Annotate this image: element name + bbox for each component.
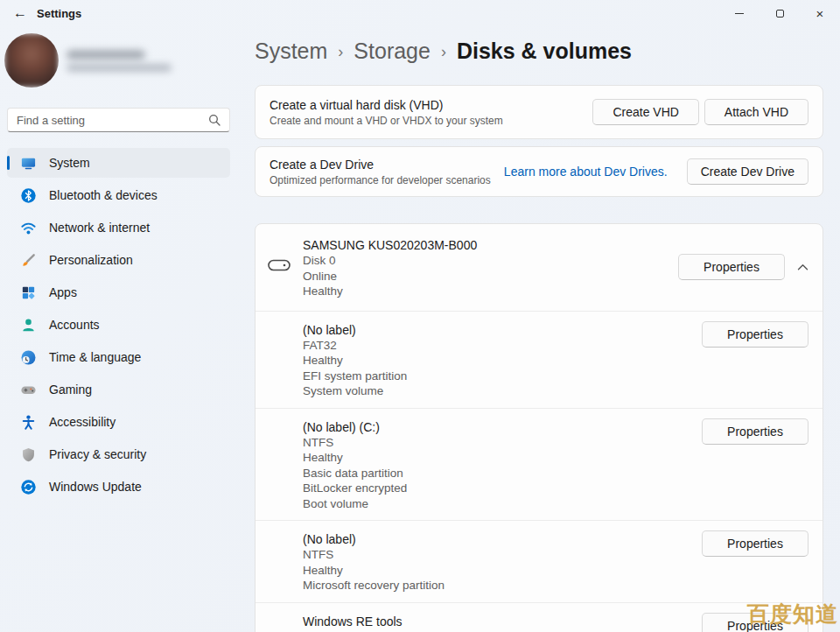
close-icon: ×	[816, 7, 824, 20]
sidebar-item-label: Windows Update	[49, 480, 142, 494]
volume-properties-button[interactable]: Properties	[702, 418, 808, 445]
volume-row-windows-re: Windows RE tools NTFS Healthy Properties	[256, 603, 822, 632]
search-input[interactable]	[17, 114, 203, 127]
gamepad-icon	[19, 381, 37, 398]
vhd-card: Create a virtual hard disk (VHD) Create …	[255, 85, 823, 139]
disk-properties-button[interactable]: Properties	[678, 254, 785, 280]
sidebar-item-label: Apps	[49, 285, 77, 299]
sidebar-item-windows-update[interactable]: Windows Update	[7, 472, 230, 502]
volume-properties-button[interactable]: Properties	[702, 530, 808, 557]
volume-health: Healthy	[303, 450, 702, 466]
sidebar-item-system[interactable]: System	[7, 148, 230, 178]
sidebar-item-label: System	[49, 156, 90, 170]
sidebar-item-label: Time & language	[49, 350, 141, 364]
volume-health: Healthy	[303, 353, 702, 369]
dev-drive-learn-more-link[interactable]: Learn more about Dev Drives.	[504, 165, 668, 179]
sidebar-item-personalization[interactable]: Personalization	[7, 245, 230, 275]
back-button[interactable]: ←	[5, 0, 35, 26]
volume-title: Windows RE tools	[303, 614, 702, 629]
chevron-right-icon: ›	[441, 41, 446, 61]
chevron-up-icon[interactable]	[796, 263, 808, 271]
sidebar-item-label: Accounts	[49, 318, 100, 332]
volume-partition-type: Basic data partition	[303, 466, 702, 481]
maximize-button[interactable]	[760, 0, 800, 26]
dev-drive-card-title: Create a Dev Drive	[270, 158, 504, 172]
disk-list-card: SAMSUNG KUS020203M-B000 Disk 0 Online He…	[255, 223, 823, 632]
avatar-photo-blurred	[4, 33, 59, 88]
selected-indicator	[7, 156, 10, 170]
breadcrumb-system[interactable]: System	[255, 39, 327, 64]
app-title: Settings	[37, 0, 81, 26]
sidebar-item-privacy-security[interactable]: Privacy & security	[7, 439, 230, 469]
attach-vhd-button[interactable]: Attach VHD	[704, 99, 808, 125]
page-title: Disks & volumes	[457, 39, 632, 64]
sidebar-nav: System Bluetooth & devices Network & int…	[7, 148, 230, 504]
shield-icon	[19, 446, 37, 463]
dev-drive-card: Create a Dev Drive Optimized performance…	[255, 146, 823, 197]
search-box[interactable]	[7, 108, 230, 132]
clock-globe-icon	[19, 348, 37, 366]
sidebar-item-network-internet[interactable]: Network & internet	[7, 213, 230, 242]
window-controls: ×	[719, 0, 840, 26]
accessibility-person-icon	[19, 413, 37, 431]
volume-encryption: BitLocker encrypted	[303, 481, 702, 496]
volume-row-efi: (No label) FAT32 Healthy EFI system part…	[256, 312, 822, 409]
minimize-icon	[735, 13, 744, 14]
sidebar-item-label: Bluetooth & devices	[49, 188, 158, 202]
titlebar: ← Settings ×	[0, 0, 840, 26]
volume-health: Healthy	[303, 563, 702, 579]
disk-drive-icon	[268, 258, 290, 276]
sidebar-item-accessibility[interactable]: Accessibility	[7, 407, 230, 437]
update-icon	[19, 478, 37, 495]
volume-title: (No label)	[303, 531, 702, 547]
sidebar-item-apps[interactable]: Apps	[7, 277, 230, 307]
sidebar-item-label: Gaming	[49, 383, 92, 397]
volume-partition-type: EFI system partition	[303, 369, 702, 384]
close-button[interactable]: ×	[800, 0, 840, 26]
volume-filesystem: NTFS	[303, 629, 702, 632]
disk-number: Disk 0	[303, 253, 678, 269]
wifi-icon	[19, 219, 37, 236]
apps-icon	[19, 284, 37, 301]
avatar	[4, 33, 59, 88]
create-vhd-button[interactable]: Create VHD	[592, 99, 698, 125]
volume-partition-type: Microsoft recovery partition	[303, 578, 702, 593]
breadcrumb: System › Storage › Disks & volumes	[255, 39, 632, 64]
volume-role: System volume	[303, 383, 702, 399]
disk-title: SAMSUNG KUS020203M-B000	[303, 237, 678, 253]
sidebar-item-gaming[interactable]: Gaming	[7, 375, 230, 404]
sidebar-item-time-language[interactable]: Time & language	[7, 342, 230, 372]
chevron-right-icon: ›	[338, 41, 343, 61]
volume-row-recovery: (No label) NTFS Healthy Microsoft recove…	[256, 521, 822, 603]
minimize-button[interactable]	[719, 0, 760, 26]
user-name-blurred	[66, 50, 145, 60]
sidebar-item-label: Accessibility	[49, 415, 116, 429]
disk-status-online: Online	[303, 269, 678, 284]
sidebar-item-bluetooth-devices[interactable]: Bluetooth & devices	[7, 180, 230, 210]
volume-row-c-drive: (No label) (C:) NTFS Healthy Basic data …	[256, 409, 822, 522]
dev-drive-card-subtitle: Optimized performance for developer scen…	[270, 174, 504, 186]
volume-role: Boot volume	[303, 496, 702, 512]
paintbrush-icon	[19, 251, 37, 269]
disk-status-health: Healthy	[303, 284, 678, 299]
breadcrumb-storage[interactable]: Storage	[354, 39, 430, 64]
bluetooth-icon	[19, 186, 37, 204]
volume-filesystem: NTFS	[303, 435, 702, 451]
volume-title: (No label)	[303, 322, 702, 338]
sidebar-item-label: Privacy & security	[49, 447, 146, 461]
back-arrow-icon: ←	[13, 5, 27, 21]
sidebar-item-label: Network & internet	[49, 221, 150, 235]
volume-title: (No label) (C:)	[303, 419, 702, 435]
volume-filesystem: FAT32	[303, 338, 702, 354]
sidebar-item-accounts[interactable]: Accounts	[7, 310, 230, 340]
user-email-blurred	[66, 64, 172, 72]
vhd-card-subtitle: Create and mount a VHD or VHDX to your s…	[270, 115, 592, 127]
search-icon	[208, 114, 220, 126]
volume-filesystem: NTFS	[303, 547, 702, 563]
watermark: 百度知道	[747, 600, 838, 628]
volume-properties-button[interactable]: Properties	[702, 321, 808, 348]
person-icon	[19, 316, 37, 334]
disk-row-samsung: SAMSUNG KUS020203M-B000 Disk 0 Online He…	[256, 224, 822, 312]
sidebar-item-label: Personalization	[49, 253, 133, 267]
create-dev-drive-button[interactable]: Create Dev Drive	[687, 158, 808, 185]
